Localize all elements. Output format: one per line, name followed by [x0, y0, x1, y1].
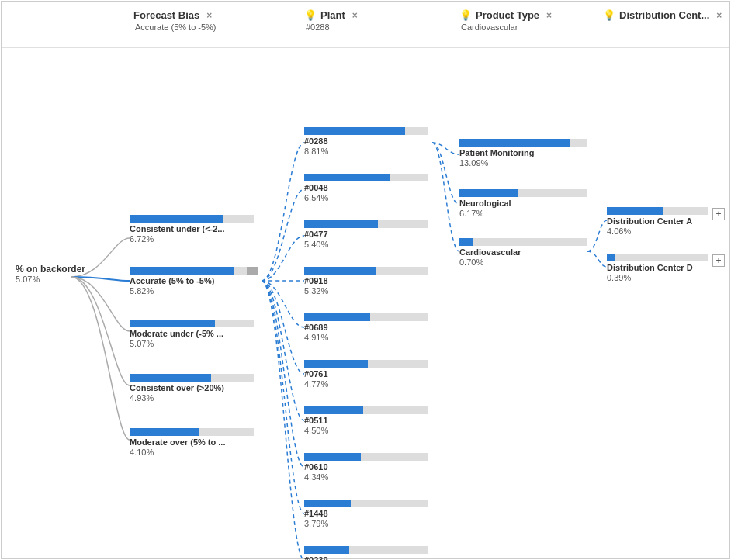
plant-0689-label: #0689: [304, 323, 428, 332]
dc-center-a-value: 4.06%: [607, 226, 708, 236]
plant-close[interactable]: ×: [352, 10, 358, 21]
plant-0761-fill: [304, 360, 368, 368]
dc-center-a[interactable]: Distribution Center A 4.06%: [607, 207, 708, 236]
dc-center-d-fill: [607, 254, 615, 261]
plant-0918[interactable]: #0918 5.32%: [304, 267, 428, 296]
main-container: Forecast Bias × Accurate (5% to -5%) 💡 P…: [1, 1, 730, 559]
dc-center-d-plus-button[interactable]: +: [712, 254, 725, 267]
plant-0288[interactable]: #0288 8.81%: [304, 127, 428, 156]
fb-moderate-under[interactable]: Moderate under (-5% ... 5.07%: [130, 320, 254, 348]
col-header-forecast-bias: Forecast Bias × Accurate (5% to -5%): [133, 2, 217, 32]
forecast-bias-subtitle: Accurate (5% to -5%): [133, 22, 217, 32]
plant-0288-fill: [304, 127, 405, 135]
fb-consistent-over-value: 4.93%: [130, 393, 254, 403]
pt-neurological[interactable]: Neurological 6.17%: [459, 189, 587, 218]
pt-patient-monitoring[interactable]: Patient Monitoring 13.09%: [459, 139, 587, 168]
dist-center-label: Distribution Cent...: [619, 9, 709, 21]
plant-0761-track: [304, 360, 428, 368]
fb-moderate-under-label: Moderate under (-5% ...: [130, 329, 254, 338]
plant-0048[interactable]: #0048 6.54%: [304, 174, 428, 202]
plant-0918-track: [304, 267, 428, 275]
fb-consistent-under-fill: [130, 215, 223, 223]
plant-0610[interactable]: #0610 4.34%: [304, 453, 428, 482]
plant-0511-fill: [304, 406, 363, 414]
fb-consistent-under[interactable]: Consistent under (<-2... 6.72%: [130, 215, 254, 244]
forecast-bias-label: Forecast Bias: [133, 9, 199, 21]
product-type-lightbulb-icon: 💡: [459, 9, 472, 21]
plant-1448[interactable]: #1448 3.79%: [304, 500, 428, 528]
plant-0048-value: 6.54%: [304, 193, 428, 202]
plant-0477-label: #0477: [304, 230, 428, 239]
plant-0511-value: 4.50%: [304, 426, 428, 435]
plant-0477-value: 5.40%: [304, 240, 428, 249]
pt-neurological-fill: [459, 189, 518, 197]
plant-1448-fill: [304, 500, 351, 507]
dc-center-a-label: Distribution Center A: [607, 216, 708, 226]
pt-cardiovascular[interactable]: Cardiovascular 0.70%: [459, 238, 587, 267]
fb-moderate-under-track: [130, 320, 254, 327]
dc-center-d-track: [607, 254, 708, 261]
plant-0288-value: 8.81%: [304, 147, 428, 156]
plant-0239-fill: [304, 546, 349, 554]
plant-title: 💡 Plant ×: [304, 2, 358, 22]
plant-0288-label: #0288: [304, 137, 428, 146]
pt-cardiovascular-value: 0.70%: [459, 258, 587, 267]
pt-cardiovascular-label: Cardiovascular: [459, 247, 587, 257]
plant-0239-label: #0239: [304, 555, 428, 560]
connections-svg: [2, 48, 729, 558]
fb-consistent-under-value: 6.72%: [130, 234, 254, 244]
plant-0689-fill: [304, 313, 370, 321]
plant-0610-label: #0610: [304, 462, 428, 472]
dist-center-close[interactable]: ×: [716, 10, 722, 21]
col-header-dist-center: 💡 Distribution Cent... ×: [603, 2, 722, 22]
plant-0918-value: 5.32%: [304, 286, 428, 296]
plant-0511-label: #0511: [304, 416, 428, 425]
viz-area: % on backorder 5.07% Consistent under (<…: [2, 48, 729, 558]
plant-0761[interactable]: #0761 4.77%: [304, 360, 428, 389]
plant-0239[interactable]: #0239 3.74%: [304, 546, 428, 560]
product-type-close[interactable]: ×: [546, 10, 552, 21]
plant-lightbulb-icon: 💡: [304, 9, 317, 21]
dc-center-a-plus-button[interactable]: +: [712, 208, 725, 220]
plant-label: Plant: [320, 9, 345, 21]
plant-0477-fill: [304, 220, 378, 228]
plant-0477[interactable]: #0477 5.40%: [304, 220, 428, 249]
pt-patient-monitoring-value: 13.09%: [459, 158, 587, 168]
plant-subtitle: #0288: [304, 22, 358, 32]
plant-0511[interactable]: #0511 4.50%: [304, 406, 428, 435]
plant-0288-track: [304, 127, 428, 135]
fb-consistent-under-track: [130, 215, 254, 223]
dc-center-a-fill: [607, 207, 663, 215]
product-type-subtitle: Cardiovascular: [459, 22, 552, 32]
fb-moderate-under-fill: [130, 320, 215, 327]
fb-accurate-value: 5.82%: [130, 286, 262, 296]
product-type-title: 💡 Product Type ×: [459, 2, 552, 22]
dc-center-d-label: Distribution Center D: [607, 263, 708, 272]
dist-center-lightbulb-icon: 💡: [603, 9, 615, 21]
dc-center-d[interactable]: Distribution Center D 0.39%: [607, 254, 708, 282]
fb-accurate[interactable]: Accurate (5% to -5%) 5.82%: [130, 267, 262, 296]
pt-cardiovascular-fill: [459, 238, 473, 246]
pt-patient-monitoring-fill: [459, 139, 570, 147]
dc-center-a-track: [607, 207, 708, 215]
fb-moderate-under-value: 5.07%: [130, 339, 254, 348]
plant-0689[interactable]: #0689 4.91%: [304, 313, 428, 342]
fb-accurate-fill: [130, 267, 234, 275]
plant-0689-track: [304, 313, 428, 321]
fb-accurate-handle: [247, 267, 258, 275]
fb-consistent-under-label: Consistent under (<-2...: [130, 224, 254, 233]
pt-neurological-track: [459, 189, 587, 197]
fb-moderate-over[interactable]: Moderate over (5% to ... 4.10%: [130, 428, 254, 457]
fb-consistent-over[interactable]: Consistent over (>20%) 4.93%: [130, 374, 254, 403]
col-header-product-type: 💡 Product Type × Cardiovascular: [459, 2, 552, 32]
pt-neurological-label: Neurological: [459, 199, 587, 208]
plant-0761-value: 4.77%: [304, 379, 428, 389]
plant-0048-label: #0048: [304, 183, 428, 192]
fb-consistent-over-track: [130, 374, 254, 382]
root-node[interactable]: % on backorder 5.07%: [16, 264, 85, 284]
fb-consistent-over-fill: [130, 374, 211, 382]
forecast-bias-close[interactable]: ×: [206, 10, 212, 21]
plant-1448-value: 3.79%: [304, 519, 428, 528]
fb-moderate-over-fill: [130, 428, 199, 436]
plant-0511-track: [304, 406, 428, 414]
